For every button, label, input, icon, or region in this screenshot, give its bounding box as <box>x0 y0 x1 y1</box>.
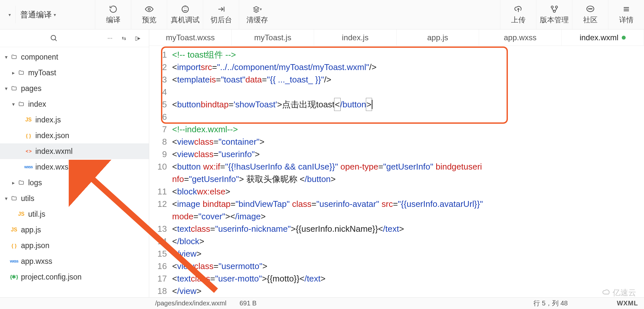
file-type-icon: wxss <box>24 165 33 169</box>
tree-label: logs <box>28 178 42 187</box>
file-util-js[interactable]: JSutil.js <box>0 206 149 222</box>
toolbar-detail-button[interactable]: 详情 <box>608 0 644 29</box>
watermark: 亿速云 <box>602 287 636 298</box>
svg-point-12 <box>590 8 590 9</box>
code-editor[interactable]: 123456789101112131415161718 <!-- toast组件… <box>149 46 644 297</box>
toolbar: ▾ 普通编译 ▾ 编译预览真机调试切后台 ▾清缓存 上传版本管理社区详情 <box>0 0 644 29</box>
gutter: 123456789101112131415161718 <box>149 48 172 297</box>
tab-app-wxss[interactable]: app.wxss <box>479 29 562 45</box>
svg-point-1 <box>182 6 188 12</box>
file-type-icon: JS <box>17 211 26 217</box>
tab-myToast-js[interactable]: myToast.js <box>232 29 314 45</box>
chevron-icon: ▸ <box>10 70 17 76</box>
file-project-config-json[interactable]: {✻}project.config.json <box>0 269 149 285</box>
file-type-icon: < > <box>24 149 33 154</box>
file-index-js[interactable]: JSindex.js <box>0 112 149 128</box>
toolbar-community-button[interactable]: 社区 <box>572 0 608 29</box>
chevron-icon: ▾ <box>3 85 10 92</box>
folder-icon <box>10 195 18 201</box>
upload-icon <box>514 5 523 14</box>
svg-point-8 <box>555 6 558 8</box>
toolbar-preview-button[interactable]: 预览 <box>131 0 167 29</box>
vcs-icon <box>550 5 559 14</box>
tab-app-js[interactable]: app.js <box>397 29 479 45</box>
tree-label: index <box>28 100 46 109</box>
dropdown-unknown[interactable]: ▾ <box>4 10 15 19</box>
file-index-json[interactable]: { }index.json <box>0 128 149 143</box>
folder-component[interactable]: ▾component <box>0 49 149 65</box>
tree-label: index.wxss <box>35 163 72 172</box>
file-type-icon: {✻} <box>10 274 18 280</box>
tree-label: myToast <box>28 68 56 77</box>
folder-index[interactable]: ▾index <box>0 96 149 112</box>
file-type-icon: { } <box>24 133 33 138</box>
file-explorer: ⋯ ⇆ ▯▸ ▾component▸myToast▾pages▾indexJSi… <box>0 29 149 297</box>
editor-area: myToast.wxssmyToast.jsindex.jsapp.jsapp.… <box>149 29 644 297</box>
folder-logs[interactable]: ▸logs <box>0 175 149 191</box>
file-app-wxss[interactable]: wxssapp.wxss <box>0 253 149 269</box>
toolbar-upload-button[interactable]: 上传 <box>500 0 536 29</box>
tab-label: index.js <box>342 33 368 42</box>
tree-label: util.js <box>28 210 45 219</box>
file-type-icon: { } <box>10 243 18 248</box>
search-icon[interactable] <box>5 34 103 42</box>
folder-utils[interactable]: ▾utils <box>0 191 149 206</box>
file-type-icon: JS <box>10 227 18 233</box>
file-index-wxss[interactable]: wxssindex.wxss <box>0 159 149 175</box>
status-bar: /pages/index/index.wxml 691 B 行 5，列 48 W… <box>0 297 644 309</box>
tree-label: component <box>21 53 58 62</box>
folder-icon <box>10 85 18 91</box>
toolbar-compile-button[interactable]: 编译 <box>95 0 131 29</box>
detail-icon <box>622 5 631 14</box>
community-icon <box>586 5 595 14</box>
collapse-icon[interactable]: ⇆ <box>117 35 131 41</box>
tree-label: app.json <box>21 241 49 250</box>
folder-icon <box>17 70 26 76</box>
status-size: 691 B <box>240 300 257 307</box>
file-app-js[interactable]: JSapp.js <box>0 222 149 238</box>
chevron-icon: ▸ <box>10 180 17 186</box>
editor-tabs: myToast.wxssmyToast.jsindex.jsapp.jsapp.… <box>149 29 644 46</box>
more-icon[interactable]: ⋯ <box>103 35 117 41</box>
tree-label: app.wxss <box>21 257 52 266</box>
svg-point-11 <box>588 8 589 9</box>
tab-myToast-wxss[interactable]: myToast.wxss <box>149 29 232 45</box>
status-cursor: 行 5，列 48 <box>533 299 567 308</box>
folder-myToast[interactable]: ▸myToast <box>0 65 149 81</box>
tree-label: project.config.json <box>21 273 81 282</box>
panel-toggle-icon[interactable]: ▯▸ <box>131 35 144 41</box>
tree-label: index.json <box>35 131 69 140</box>
svg-point-13 <box>591 8 592 9</box>
file-index-wxml[interactable]: < >index.wxml <box>0 143 149 159</box>
code-content[interactable]: <!-- toast组件 --><import src="../../compo… <box>172 48 644 297</box>
real-icon <box>181 5 190 14</box>
svg-line-18 <box>55 39 57 41</box>
tree-label: pages <box>21 84 42 93</box>
compile-icon <box>109 5 118 14</box>
tree-label: index.js <box>35 116 61 124</box>
tab-label: app.js <box>427 33 448 42</box>
compile-mode-dropdown[interactable]: 普通编译 ▾ <box>16 8 91 22</box>
chevron-icon: ▾ <box>3 195 10 202</box>
tab-index-wxml[interactable]: index.wxml <box>562 29 644 45</box>
svg-point-0 <box>148 8 150 10</box>
toolbar-real-button[interactable]: 真机调试 <box>167 0 203 29</box>
folder-icon <box>10 54 18 60</box>
file-app-json[interactable]: { }app.json <box>0 238 149 253</box>
preview-icon <box>145 5 154 14</box>
chevron-down-icon: ▾ <box>54 12 56 17</box>
toolbar-bg-button[interactable]: 切后台 <box>203 0 239 29</box>
compile-mode-label: 普通编译 <box>20 9 52 20</box>
toolbar-vcs-button[interactable]: 版本管理 <box>536 0 572 29</box>
file-type-icon: JS <box>24 117 33 123</box>
tab-label: index.wxml <box>580 33 618 42</box>
folder-pages[interactable]: ▾pages <box>0 81 149 96</box>
modified-dot-icon <box>622 36 626 40</box>
tab-label: myToast.wxss <box>166 33 215 42</box>
tab-index-js[interactable]: index.js <box>314 29 397 45</box>
clear-icon: ▾ <box>253 5 262 14</box>
toolbar-clear-button[interactable]: ▾清缓存 <box>239 0 275 29</box>
tree-label: index.wxml <box>35 147 73 156</box>
status-lang: WXML <box>617 300 638 307</box>
svg-point-7 <box>551 6 553 8</box>
